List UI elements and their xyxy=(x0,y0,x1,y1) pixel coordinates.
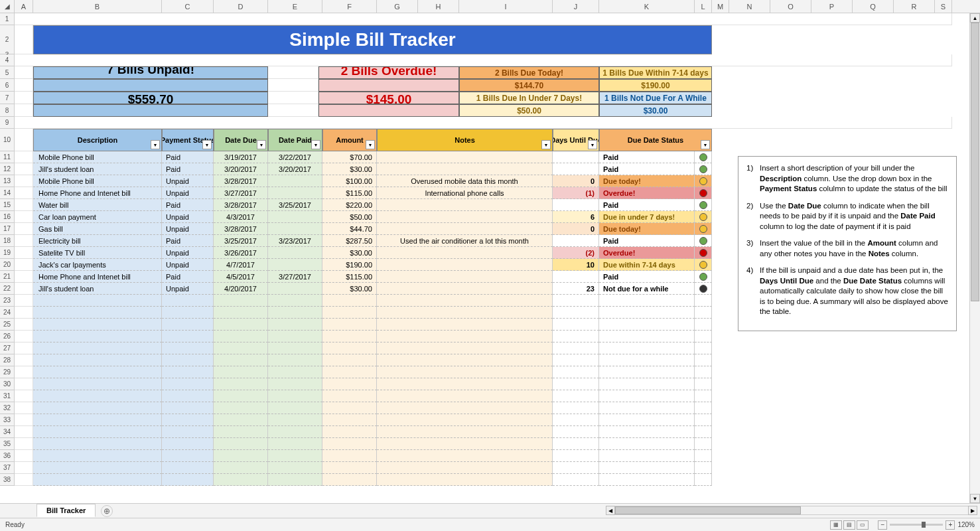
cell-date-paid[interactable]: 3/25/2017 xyxy=(268,199,322,211)
cell[interactable] xyxy=(268,295,322,307)
cell-days-until-due[interactable]: 10 xyxy=(553,259,599,271)
column-header-B[interactable]: B xyxy=(33,0,162,13)
cell[interactable] xyxy=(553,319,599,331)
header-amount[interactable]: Amount▼ xyxy=(322,129,377,151)
cell[interactable] xyxy=(599,414,695,426)
cell[interactable] xyxy=(599,474,695,486)
cell[interactable] xyxy=(695,474,712,486)
cell[interactable] xyxy=(214,390,268,402)
cell[interactable] xyxy=(553,462,599,474)
cell-date-due[interactable]: 4/7/2017 xyxy=(214,259,268,271)
cell-notes[interactable]: Overused mobile data this month xyxy=(377,175,553,187)
cell-amount[interactable]: $220.00 xyxy=(322,199,377,211)
cell-days-until-due[interactable]: 23 xyxy=(553,283,599,295)
cell-amount[interactable]: $30.00 xyxy=(322,163,377,175)
cell-date-paid[interactable]: 3/23/2017 xyxy=(268,235,322,247)
cell-days-until-due[interactable]: 0 xyxy=(553,175,599,187)
row-header-26[interactable]: 26 xyxy=(0,331,15,342)
cell[interactable] xyxy=(553,402,599,414)
cell[interactable] xyxy=(553,438,599,450)
cell[interactable] xyxy=(322,307,377,319)
column-header-S[interactable]: S xyxy=(935,0,952,13)
cell[interactable] xyxy=(599,438,695,450)
cell-days-until-due[interactable]: 6 xyxy=(553,211,599,223)
cell-notes[interactable]: Used the air conditioner a lot this mont… xyxy=(377,235,553,247)
cell[interactable] xyxy=(377,331,553,342)
cell[interactable] xyxy=(214,426,268,438)
view-normal-button[interactable]: ▦ xyxy=(830,520,842,530)
row-header-13[interactable]: 13 xyxy=(0,175,15,187)
cell-due-date-status[interactable]: Paid xyxy=(599,199,695,211)
vertical-scroll-thumb[interactable] xyxy=(971,23,979,301)
row-header-12[interactable]: 12 xyxy=(0,163,15,175)
column-header-H[interactable]: H xyxy=(418,0,459,13)
scroll-up-button[interactable]: ▲ xyxy=(970,13,980,23)
cell[interactable] xyxy=(33,319,162,331)
column-header-L[interactable]: L xyxy=(695,0,712,13)
cell[interactable] xyxy=(162,307,214,319)
zoom-slider-thumb[interactable] xyxy=(922,522,926,528)
cell-date-paid[interactable] xyxy=(268,187,322,199)
cell-amount[interactable]: $30.00 xyxy=(322,247,377,259)
cell-description[interactable]: Jill's student loan xyxy=(33,163,162,175)
cell[interactable] xyxy=(33,295,162,307)
cell[interactable] xyxy=(33,354,162,366)
cell[interactable] xyxy=(322,354,377,366)
cell[interactable] xyxy=(599,462,695,474)
cell[interactable] xyxy=(377,378,553,390)
cell-date-paid[interactable] xyxy=(268,211,322,223)
column-header-O[interactable]: O xyxy=(770,0,811,13)
cell[interactable] xyxy=(268,462,322,474)
cell[interactable] xyxy=(377,342,553,354)
cell[interactable] xyxy=(214,438,268,450)
cell[interactable] xyxy=(377,402,553,414)
header-date-paid[interactable]: Date Paid▼ xyxy=(268,129,322,151)
cell[interactable] xyxy=(214,307,268,319)
cell-payment-status[interactable]: Paid xyxy=(162,199,214,211)
cell[interactable] xyxy=(553,414,599,426)
column-header-C[interactable]: C xyxy=(162,0,214,13)
cell[interactable] xyxy=(33,438,162,450)
row-header-34[interactable]: 34 xyxy=(0,426,15,438)
cell-date-paid[interactable] xyxy=(268,223,322,235)
cell[interactable] xyxy=(553,295,599,307)
cell[interactable] xyxy=(377,462,553,474)
cell[interactable] xyxy=(599,342,695,354)
cell-amount[interactable]: $115.00 xyxy=(322,187,377,199)
cell-due-date-status[interactable]: Paid xyxy=(599,271,695,283)
cell[interactable] xyxy=(553,378,599,390)
cell[interactable] xyxy=(599,450,695,462)
cell[interactable] xyxy=(268,414,322,426)
cell-amount[interactable]: $115.00 xyxy=(322,271,377,283)
cell[interactable] xyxy=(33,342,162,354)
cell[interactable] xyxy=(695,307,712,319)
cell[interactable] xyxy=(599,319,695,331)
scroll-down-button[interactable]: ▼ xyxy=(970,494,980,503)
cell-date-due[interactable]: 4/5/2017 xyxy=(214,271,268,283)
cell-due-date-status[interactable]: Paid xyxy=(599,163,695,175)
cell-amount[interactable]: $70.00 xyxy=(322,151,377,163)
cell-due-date-status[interactable]: Due today! xyxy=(599,223,695,235)
cell[interactable] xyxy=(695,354,712,366)
cell[interactable] xyxy=(322,474,377,486)
cell[interactable] xyxy=(322,378,377,390)
add-sheet-button[interactable]: ⊕ xyxy=(101,505,113,517)
column-header-A[interactable]: A xyxy=(15,0,33,13)
cell-notes[interactable] xyxy=(377,151,553,163)
cell-days-until-due[interactable]: (2) xyxy=(553,247,599,259)
horizontal-scroll-thumb[interactable] xyxy=(615,506,801,514)
row-header-31[interactable]: 31 xyxy=(0,390,15,402)
header-amount-filter[interactable]: ▼ xyxy=(366,140,375,149)
cell[interactable] xyxy=(268,331,322,342)
row-header-22[interactable]: 22 xyxy=(0,283,15,295)
cell[interactable] xyxy=(33,450,162,462)
header-date-paid-filter[interactable]: ▼ xyxy=(311,140,320,149)
header-date-due-filter[interactable]: ▼ xyxy=(257,140,266,149)
cell-date-due[interactable]: 3/28/2017 xyxy=(214,199,268,211)
row-header-29[interactable]: 29 xyxy=(0,366,15,378)
cell-date-due[interactable]: 3/28/2017 xyxy=(214,175,268,187)
row-header-5[interactable]: 5 xyxy=(0,66,15,79)
cell[interactable] xyxy=(162,402,214,414)
cell-amount[interactable]: $30.00 xyxy=(322,283,377,295)
cell[interactable] xyxy=(268,450,322,462)
